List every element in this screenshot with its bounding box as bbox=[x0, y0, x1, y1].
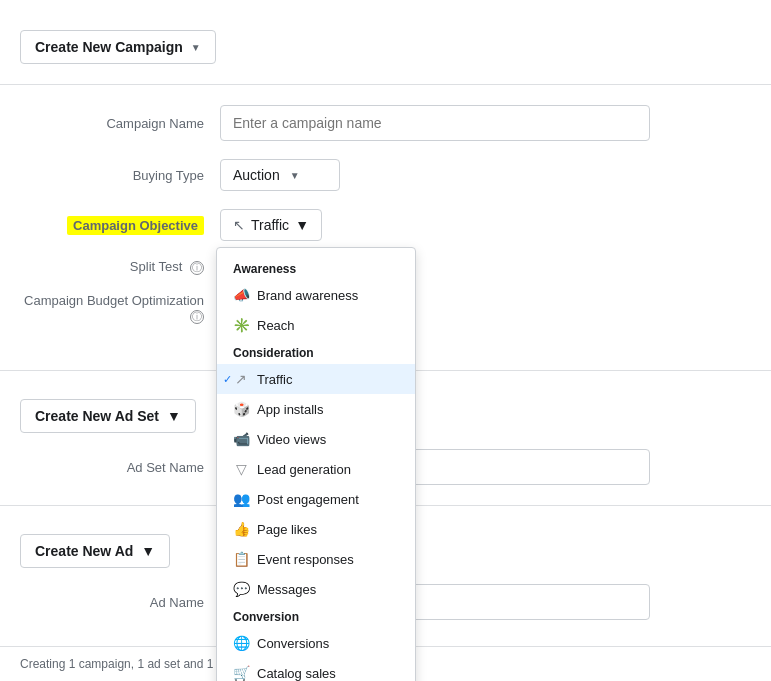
campaign-name-label: Campaign Name bbox=[20, 116, 220, 131]
objective-dropdown-menu: Awareness 📣 Brand awareness ✳️ Reach Con… bbox=[216, 247, 416, 681]
buying-type-value: Auction bbox=[233, 167, 280, 183]
menu-item-page-likes-label: Page likes bbox=[257, 522, 317, 537]
split-test-info-icon[interactable]: ⓘ bbox=[190, 261, 204, 275]
cursor-icon: ↖ bbox=[233, 217, 245, 233]
ad-name-label: Ad Name bbox=[20, 595, 220, 610]
menu-item-catalog-sales[interactable]: 🛒 Catalog sales bbox=[217, 658, 415, 681]
create-adset-label: Create New Ad Set bbox=[35, 408, 159, 424]
menu-item-post-engagement-label: Post engagement bbox=[257, 492, 359, 507]
menu-item-reach[interactable]: ✳️ Reach bbox=[217, 310, 415, 340]
menu-item-app-installs-label: App installs bbox=[257, 402, 323, 417]
menu-item-reach-label: Reach bbox=[257, 318, 295, 333]
menu-item-post-engagement[interactable]: 👥 Post engagement bbox=[217, 484, 415, 514]
menu-item-messages-label: Messages bbox=[257, 582, 316, 597]
menu-item-messages[interactable]: 💬 Messages bbox=[217, 574, 415, 604]
objective-value: Traffic bbox=[251, 217, 289, 233]
status-text: Creating 1 campaign, 1 ad set and 1 ad bbox=[20, 657, 230, 671]
main-container: Create New Campaign ▼ Campaign Name Buyi… bbox=[0, 0, 771, 681]
menu-item-traffic[interactable]: ✓ ↗ Traffic bbox=[217, 364, 415, 394]
menu-item-event-responses-label: Event responses bbox=[257, 552, 354, 567]
conversions-icon: 🌐 bbox=[233, 635, 249, 651]
create-adset-button[interactable]: Create New Ad Set ▼ bbox=[20, 399, 196, 433]
create-ad-button[interactable]: Create New Ad ▼ bbox=[20, 534, 170, 568]
traffic-check-icon: ✓ bbox=[223, 373, 232, 386]
buying-type-row: Buying Type Auction ▼ bbox=[20, 159, 751, 191]
split-test-label-wrap: Split Test ⓘ bbox=[20, 259, 220, 275]
create-ad-caret: ▼ bbox=[141, 543, 155, 559]
create-campaign-caret: ▼ bbox=[191, 42, 201, 53]
split-test-label: Split Test bbox=[130, 259, 183, 274]
create-ad-label: Create New Ad bbox=[35, 543, 133, 559]
budget-optimization-label: Campaign Budget Optimization bbox=[24, 293, 204, 308]
menu-item-brand-awareness-label: Brand awareness bbox=[257, 288, 358, 303]
post-engagement-icon: 👥 bbox=[233, 491, 249, 507]
menu-item-brand-awareness[interactable]: 📣 Brand awareness bbox=[217, 280, 415, 310]
menu-item-lead-generation-label: Lead generation bbox=[257, 462, 351, 477]
reach-icon: ✳️ bbox=[233, 317, 249, 333]
menu-item-conversions[interactable]: 🌐 Conversions bbox=[217, 628, 415, 658]
menu-item-video-views-label: Video views bbox=[257, 432, 326, 447]
create-adset-caret: ▼ bbox=[167, 408, 181, 424]
campaign-objective-label: Campaign Objective bbox=[67, 216, 204, 235]
budget-optimization-label-wrap: Campaign Budget Optimization ⓘ bbox=[20, 293, 220, 324]
top-bar: Create New Campaign ▼ bbox=[0, 20, 771, 85]
adset-name-label: Ad Set Name bbox=[20, 460, 220, 475]
traffic-icon: ↗ bbox=[233, 371, 249, 387]
menu-item-app-installs[interactable]: 🎲 App installs bbox=[217, 394, 415, 424]
menu-item-traffic-label: Traffic bbox=[257, 372, 292, 387]
catalog-sales-icon: 🛒 bbox=[233, 665, 249, 681]
objective-caret: ▼ bbox=[295, 217, 309, 233]
lead-generation-icon: ▽ bbox=[233, 461, 249, 477]
menu-item-lead-generation[interactable]: ▽ Lead generation bbox=[217, 454, 415, 484]
page-likes-icon: 👍 bbox=[233, 521, 249, 537]
menu-item-catalog-sales-label: Catalog sales bbox=[257, 666, 336, 681]
video-views-icon: 📹 bbox=[233, 431, 249, 447]
messages-icon: 💬 bbox=[233, 581, 249, 597]
menu-item-page-likes[interactable]: 👍 Page likes bbox=[217, 514, 415, 544]
conversion-section-title: Conversion bbox=[217, 604, 415, 628]
budget-optimization-info-icon[interactable]: ⓘ bbox=[190, 310, 204, 324]
campaign-objective-row: Campaign Objective ↖ Traffic ▼ Awareness… bbox=[20, 209, 751, 241]
buying-type-label: Buying Type bbox=[20, 168, 220, 183]
buying-type-caret: ▼ bbox=[290, 170, 300, 181]
campaign-objective-label-wrapper: Campaign Objective bbox=[20, 218, 220, 233]
brand-awareness-icon: 📣 bbox=[233, 287, 249, 303]
form-section: Campaign Name Buying Type Auction ▼ Camp… bbox=[0, 85, 771, 362]
menu-item-event-responses[interactable]: 📋 Event responses bbox=[217, 544, 415, 574]
app-installs-icon: 🎲 bbox=[233, 401, 249, 417]
awareness-section-title: Awareness bbox=[217, 256, 415, 280]
menu-item-video-views[interactable]: 📹 Video views bbox=[217, 424, 415, 454]
create-campaign-label: Create New Campaign bbox=[35, 39, 183, 55]
consideration-section-title: Consideration bbox=[217, 340, 415, 364]
create-campaign-button[interactable]: Create New Campaign ▼ bbox=[20, 30, 216, 64]
event-responses-icon: 📋 bbox=[233, 551, 249, 567]
campaign-objective-dropdown[interactable]: ↖ Traffic ▼ bbox=[220, 209, 322, 241]
menu-item-conversions-label: Conversions bbox=[257, 636, 329, 651]
campaign-name-input[interactable] bbox=[220, 105, 650, 141]
campaign-name-row: Campaign Name bbox=[20, 105, 751, 141]
buying-type-dropdown[interactable]: Auction ▼ bbox=[220, 159, 340, 191]
